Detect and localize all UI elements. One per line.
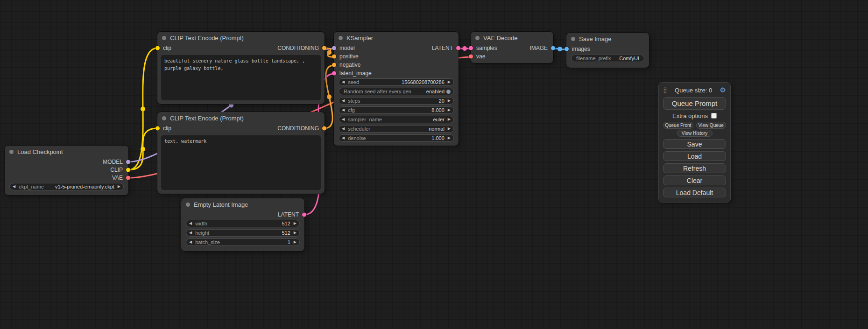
denoise-widget[interactable]: ◀ denoise 1.000 ▶ <box>339 134 454 142</box>
random-seed-toggle[interactable]: Random seed after every gen enabled <box>339 88 454 95</box>
view-history-button[interactable]: View History <box>677 130 713 137</box>
height-widget[interactable]: ◀ height 512 ▶ <box>186 229 300 237</box>
clip-output-slot[interactable] <box>126 168 130 172</box>
positive-input-slot[interactable] <box>332 55 336 59</box>
decrement-arrow-icon[interactable]: ◀ <box>342 108 345 112</box>
link-dot[interactable] <box>141 147 145 152</box>
output-label: CONDITIONING <box>277 45 319 51</box>
clip-input-slot[interactable] <box>155 126 160 131</box>
increment-arrow-icon[interactable]: ▶ <box>448 80 451 84</box>
link-dot[interactable] <box>557 47 562 51</box>
node-title-bar[interactable]: Load Checkpoint <box>5 146 128 158</box>
decrement-arrow-icon[interactable]: ◀ <box>342 136 345 140</box>
link-dot[interactable] <box>327 95 332 99</box>
increment-arrow-icon[interactable]: ▶ <box>448 108 451 112</box>
image-output-slot[interactable] <box>551 46 555 50</box>
sampler-name-widget[interactable]: ◀ sampler_name euler ▶ <box>339 116 454 123</box>
save-button[interactable]: Save <box>663 139 726 149</box>
refresh-button[interactable]: Refresh <box>663 163 726 173</box>
decrement-arrow-icon[interactable]: ◀ <box>342 118 345 121</box>
node-clip-text-encode-negative[interactable]: CLIP Text Encode (Prompt) clip CONDITION… <box>157 112 325 194</box>
collapse-dot-icon[interactable] <box>571 37 575 41</box>
increment-arrow-icon[interactable]: ▶ <box>294 222 296 225</box>
collapse-dot-icon[interactable] <box>162 116 166 120</box>
extra-options-checkbox[interactable] <box>711 113 717 119</box>
drag-handle-icon[interactable]: ⣿ <box>663 87 667 93</box>
settings-gear-icon[interactable]: ⚙ <box>720 86 726 94</box>
toggle-dot-icon[interactable] <box>446 90 451 94</box>
node-empty-latent-image[interactable]: Empty Latent Image LATENT ◀ width 512 ▶ … <box>181 198 304 251</box>
increment-arrow-icon[interactable]: ▶ <box>118 185 120 189</box>
node-vae-decode[interactable]: VAE Decode samples IMAGE vae <box>471 32 553 63</box>
decrement-arrow-icon[interactable]: ◀ <box>342 80 345 84</box>
link-dot[interactable] <box>141 107 145 112</box>
width-widget[interactable]: ◀ width 512 ▶ <box>186 220 300 227</box>
seed-widget[interactable]: ◀ seed 156680208700286 ▶ <box>339 78 454 86</box>
model-input-slot[interactable] <box>332 46 336 50</box>
node-ksampler[interactable]: KSampler model LATENT positive negative … <box>334 32 459 146</box>
collapse-dot-icon[interactable] <box>9 150 14 154</box>
slot-row: images <box>566 45 649 53</box>
widget-label: seed <box>348 79 359 85</box>
ckpt-name-widget[interactable]: ◀ ckpt_name v1-5-pruned-emaonly.ckpt ▶ <box>9 183 124 190</box>
node-title-bar[interactable]: Save Image <box>566 33 649 45</box>
negative-input-slot[interactable] <box>332 63 336 67</box>
collapse-dot-icon[interactable] <box>339 36 343 40</box>
increment-arrow-icon[interactable]: ▶ <box>448 118 451 121</box>
batch-size-widget[interactable]: ◀ batch_size 1 ▶ <box>186 238 300 246</box>
collapse-dot-icon[interactable] <box>186 203 190 207</box>
collapse-dot-icon[interactable] <box>162 36 166 40</box>
positive-prompt-textarea[interactable]: beautiful scenery nature glass bottle la… <box>161 55 321 100</box>
node-title-bar[interactable]: CLIP Text Encode (Prompt) <box>157 32 325 44</box>
input-label: images <box>572 46 590 52</box>
increment-arrow-icon[interactable]: ▶ <box>294 231 296 235</box>
decrement-arrow-icon[interactable]: ◀ <box>189 222 192 225</box>
latent-output-slot[interactable] <box>456 46 460 50</box>
load-default-button[interactable]: Load Default <box>663 188 726 197</box>
node-title-bar[interactable]: KSampler <box>334 32 459 44</box>
decrement-arrow-icon[interactable]: ◀ <box>342 99 345 103</box>
node-save-image[interactable]: Save Image images filename_prefix ComfyU… <box>566 33 649 68</box>
decrement-arrow-icon[interactable]: ◀ <box>13 185 15 189</box>
link-dot[interactable] <box>462 46 467 51</box>
increment-arrow-icon[interactable]: ▶ <box>448 99 451 103</box>
conditioning-output-slot[interactable] <box>322 46 326 50</box>
vae-output-slot[interactable] <box>126 175 130 180</box>
load-button[interactable]: Load <box>663 151 726 161</box>
decrement-arrow-icon[interactable]: ◀ <box>189 231 192 235</box>
link-dot[interactable] <box>327 50 332 55</box>
conditioning-output-slot[interactable] <box>322 126 326 131</box>
steps-widget[interactable]: ◀ steps 20 ▶ <box>339 97 454 105</box>
node-load-checkpoint[interactable]: Load Checkpoint MODEL CLIP VAE ◀ ckpt_na… <box>5 146 128 195</box>
increment-arrow-icon[interactable]: ▶ <box>448 127 451 131</box>
clear-button[interactable]: Clear <box>663 175 726 185</box>
collapse-dot-icon[interactable] <box>475 36 480 40</box>
samples-input-slot[interactable] <box>469 46 473 50</box>
clip-input-slot[interactable] <box>155 46 160 50</box>
images-input-slot[interactable] <box>565 47 569 51</box>
node-title-bar[interactable]: CLIP Text Encode (Prompt) <box>157 112 325 124</box>
queue-panel: ⣿ Queue size: 0 ⚙ Queue Prompt Extra opt… <box>658 82 731 203</box>
node-title-bar[interactable]: VAE Decode <box>471 32 553 44</box>
decrement-arrow-icon[interactable]: ◀ <box>342 127 345 131</box>
widget-label: Random seed after every gen <box>344 89 411 94</box>
queue-prompt-button[interactable]: Queue Prompt <box>663 97 726 110</box>
cfg-widget[interactable]: ◀ cfg 8.000 ▶ <box>339 106 454 114</box>
slot-row: model LATENT <box>334 44 459 52</box>
node-clip-text-encode-positive[interactable]: CLIP Text Encode (Prompt) clip CONDITION… <box>157 32 325 104</box>
input-label: positive <box>339 53 359 60</box>
negative-prompt-textarea[interactable]: text, watermark <box>161 135 321 190</box>
filename-prefix-widget[interactable]: filename_prefix ComfyUI <box>571 55 644 62</box>
workflow-canvas[interactable]: CLIP Text Encode (Prompt) clip CONDITION… <box>0 0 868 329</box>
decrement-arrow-icon[interactable]: ◀ <box>189 240 192 244</box>
increment-arrow-icon[interactable]: ▶ <box>448 136 451 140</box>
vae-input-slot[interactable] <box>469 55 473 59</box>
view-queue-button[interactable]: View Queue <box>696 122 727 129</box>
queue-front-button[interactable]: Queue Front <box>663 122 693 129</box>
latent-image-input-slot[interactable] <box>332 71 336 76</box>
node-title-bar[interactable]: Empty Latent Image <box>181 198 304 210</box>
model-output-slot[interactable] <box>126 160 130 164</box>
increment-arrow-icon[interactable]: ▶ <box>294 240 296 244</box>
scheduler-widget[interactable]: ◀ scheduler normal ▶ <box>339 125 454 133</box>
latent-output-slot[interactable] <box>302 212 306 217</box>
